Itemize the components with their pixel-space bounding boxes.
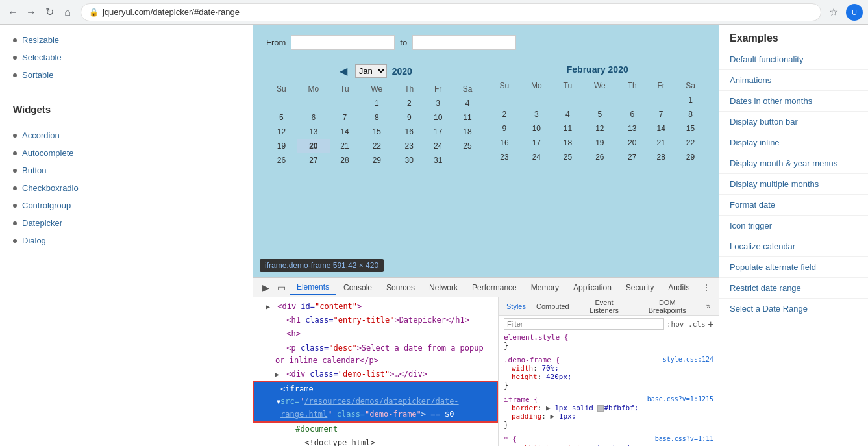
dom-line[interactable]: <p class="desc">Select a date from a pop… <box>253 341 498 367</box>
calendar-cell[interactable]: 25 <box>453 139 483 153</box>
sidebar-item-datepicker[interactable]: Datepicker <box>0 214 253 232</box>
calendar-cell[interactable]: 16 <box>395 125 424 139</box>
calendar-cell[interactable] <box>647 93 675 107</box>
calendar-cell[interactable]: 30 <box>395 153 424 167</box>
example-item-display-multiple-months[interactable]: Display multiple months <box>719 174 868 195</box>
calendar-cell[interactable]: 8 <box>359 110 395 125</box>
calendar-cell[interactable]: 12 <box>266 125 297 139</box>
css-source-iframe[interactable]: base.css?v=1:1215 <box>647 395 713 404</box>
calendar-cell[interactable]: 4 <box>553 107 582 121</box>
calendar-cell[interactable]: 29 <box>675 150 706 164</box>
more-options-button[interactable]: ⋮ <box>699 280 713 295</box>
sidebar-item-resizable[interactable]: Resizable <box>0 31 253 49</box>
calendar-cell[interactable]: 13 <box>297 125 330 139</box>
example-item-restrict-date-range[interactable]: Restrict date range <box>719 278 868 299</box>
calendar-cell[interactable]: 15 <box>359 125 395 139</box>
calendar-cell[interactable]: 28 <box>647 150 675 164</box>
calendar-cell[interactable]: 27 <box>617 150 647 164</box>
calendar-cell[interactable]: 4 <box>453 96 483 110</box>
calendar-cell[interactable]: 12 <box>582 121 617 136</box>
calendar-cell[interactable]: 6 <box>297 110 330 125</box>
calendar-cell[interactable]: 3 <box>424 96 453 110</box>
calendar-cell[interactable]: 10 <box>519 121 553 136</box>
calendar-cell[interactable]: 29 <box>359 153 395 167</box>
reload-button[interactable]: ↻ <box>42 5 57 20</box>
tab-dom-breakpoints[interactable]: DOM Breakpoints <box>634 297 701 317</box>
prev-month-button[interactable]: ◀ <box>337 65 350 78</box>
device-toolbar-button[interactable]: ▭ <box>274 280 288 295</box>
calendar-cell[interactable]: 21 <box>647 136 675 150</box>
tab-sources[interactable]: Sources <box>380 280 421 295</box>
calendar-cell[interactable]: 31 <box>424 153 453 167</box>
example-item-dates-other-months[interactable]: Dates in other months <box>719 91 868 112</box>
sidebar-item-autocomplete[interactable]: Autocomplete <box>0 144 253 162</box>
address-bar[interactable]: 🔒 jqueryui.com/datepicker/#date-range <box>81 3 821 21</box>
calendar-cell[interactable]: 14 <box>330 125 359 139</box>
calendar-cell[interactable]: 16 <box>490 136 520 150</box>
calendar-cell[interactable]: 2 <box>490 107 520 121</box>
month-select[interactable]: JanFebMar AprMayJun JulAugSep OctNovDec <box>355 64 387 78</box>
css-source-star[interactable]: base.css?v=1:11 <box>655 435 713 443</box>
calendar-cell[interactable] <box>266 96 297 110</box>
calendar-cell[interactable]: 22 <box>359 139 395 153</box>
calendar-cell[interactable]: 20 <box>617 136 647 150</box>
calendar-cell[interactable]: 24 <box>519 150 553 164</box>
calendar-cell[interactable] <box>553 93 582 107</box>
profile-avatar[interactable]: U <box>846 4 863 21</box>
sidebar-item-sortable[interactable]: Sortable <box>0 66 253 84</box>
calendar-cell[interactable]: 25 <box>553 150 582 164</box>
sidebar-item-checkboxradio[interactable]: Checkboxradio <box>0 179 253 197</box>
sidebar-item-accordion[interactable]: Accordion <box>0 127 253 144</box>
example-item-display-month-year-menus[interactable]: Display month & year menus <box>719 153 868 174</box>
pseudo-class-filter[interactable]: :hov .cls <box>667 320 706 328</box>
calendar-cell[interactable]: 2 <box>395 96 424 110</box>
css-filter-input[interactable] <box>504 318 664 330</box>
example-item-icon-trigger[interactable]: Icon trigger <box>719 216 868 236</box>
sidebar-item-selectable[interactable]: Selectable <box>0 49 253 66</box>
calendar-cell[interactable]: 9 <box>395 110 424 125</box>
sidebar-item-dialog[interactable]: Dialog <box>0 232 253 249</box>
tab-styles[interactable]: Styles <box>501 300 531 313</box>
calendar-cell[interactable] <box>490 93 520 107</box>
bookmark-star-icon[interactable]: ☆ <box>826 3 841 21</box>
tab-performance[interactable]: Performance <box>465 280 523 295</box>
calendar-cell[interactable] <box>617 93 647 107</box>
calendar-cell[interactable]: 27 <box>297 153 330 167</box>
inspect-element-button[interactable]: ▶ <box>258 280 273 295</box>
calendar-cell[interactable]: 18 <box>453 125 483 139</box>
calendar-cell[interactable]: 11 <box>453 110 483 125</box>
back-button[interactable]: ← <box>5 5 21 20</box>
dom-line[interactable]: ▶ <div class="demo-list">…</div> <box>253 367 498 381</box>
tab-console[interactable]: Console <box>337 280 378 295</box>
example-item-display-inline[interactable]: Display inline <box>719 132 868 153</box>
calendar-cell[interactable]: 17 <box>424 125 453 139</box>
css-source-demo-frame[interactable]: style.css:124 <box>663 356 713 364</box>
tab-computed[interactable]: Computed <box>531 300 575 313</box>
calendar-cell[interactable]: 10 <box>424 110 453 125</box>
tab-security[interactable]: Security <box>619 280 660 295</box>
home-button[interactable]: ⌂ <box>60 5 75 20</box>
calendar-cell[interactable]: 24 <box>424 139 453 153</box>
tab-memory[interactable]: Memory <box>525 280 565 295</box>
calendar-cell[interactable] <box>330 96 359 110</box>
calendar-cell[interactable]: 6 <box>617 107 647 121</box>
forward-button[interactable]: → <box>23 5 39 20</box>
calendar-cell[interactable] <box>519 93 553 107</box>
calendar-cell[interactable]: 17 <box>519 136 553 150</box>
calendar-cell[interactable]: 5 <box>582 107 617 121</box>
example-item-default[interactable]: Default functionality <box>719 49 868 70</box>
example-item-select-date-range[interactable]: Select a Date Range <box>719 299 868 319</box>
calendar-cell[interactable]: 18 <box>553 136 582 150</box>
calendar-cell[interactable]: 19 <box>266 139 297 153</box>
tab-application[interactable]: Application <box>567 280 618 295</box>
dom-line[interactable]: <!doctype html> <box>253 436 498 446</box>
calendar-cell[interactable]: 11 <box>553 121 582 136</box>
dom-line-selected[interactable]: ▼ <iframe src="/resources/demos/datepick… <box>253 381 498 423</box>
calendar-cell[interactable]: 5 <box>266 110 297 125</box>
calendar-cell[interactable]: 8 <box>675 107 706 121</box>
example-item-populate-alternate-field[interactable]: Populate alternate field <box>719 257 868 278</box>
calendar-cell[interactable]: 26 <box>266 153 297 167</box>
example-item-display-button-bar[interactable]: Display button bar <box>719 112 868 132</box>
calendar-cell[interactable]: 7 <box>647 107 675 121</box>
more-styles-button[interactable]: » <box>701 299 716 314</box>
